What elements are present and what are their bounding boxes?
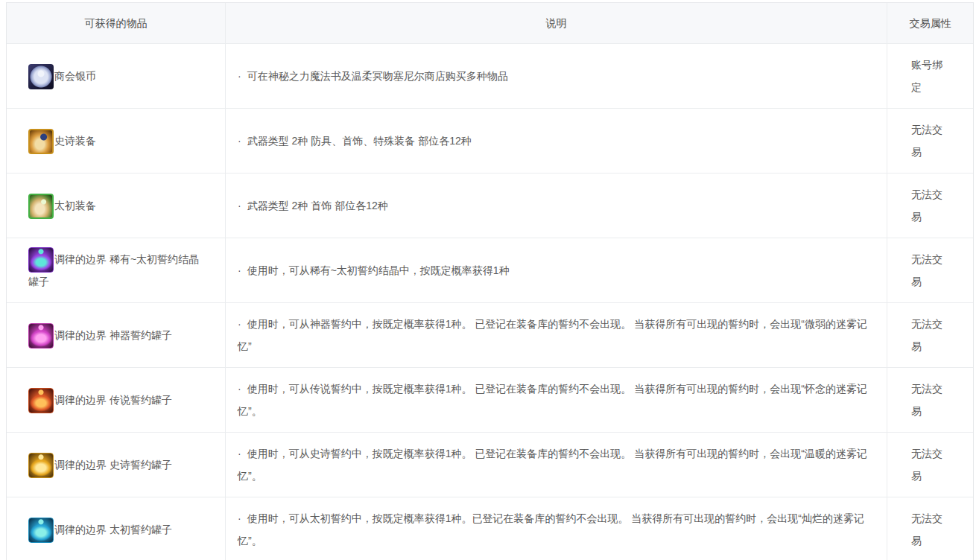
trade-cell: 无法交易 bbox=[887, 433, 973, 497]
bullet-dot: · bbox=[238, 512, 241, 524]
trade-attribute: 无法交易 bbox=[911, 507, 951, 552]
item-name: 调律的边界 稀有~太初誓约结晶罐子 bbox=[28, 253, 199, 287]
item-name: 调律的边界 史诗誓约罐子 bbox=[54, 459, 172, 471]
bullet-dot: · bbox=[238, 135, 241, 147]
item-description: 使用时，可从神器誓约中，按既定概率获得1种。 已登记在装备库的誓约不会出现。 当… bbox=[238, 318, 867, 352]
trade-cell: 账号绑定 bbox=[887, 44, 973, 108]
item-cell: 调律的边界 稀有~太初誓约结晶罐子 bbox=[7, 238, 226, 302]
trade-attribute: 账号绑定 bbox=[911, 54, 951, 98]
item-cell: 调律的边界 史诗誓约罐子 bbox=[7, 433, 226, 497]
item-name: 调律的边界 传说誓约罐子 bbox=[54, 394, 172, 406]
description-cell: ·使用时，可从传说誓约中，按既定概率获得1种。 已登记在装备库的誓约不会出现。 … bbox=[226, 368, 887, 432]
column-header-trade-label: 交易属性 bbox=[910, 12, 951, 34]
item-description: 使用时，可从传说誓约中，按既定概率获得1种。 已登记在装备库的誓约不会出现。 当… bbox=[238, 383, 867, 417]
obtainable-items-table: 可获得的物品 说明 交易属性 商会银币 ·可在神秘之力魔法书及温柔冥吻塞尼尔商店… bbox=[6, 2, 974, 560]
description-cell: ·使用时，可从史诗誓约中，按既定概率获得1种。 已登记在装备库的誓约不会出现。 … bbox=[226, 433, 887, 497]
description-cell: ·使用时，可从神器誓约中，按既定概率获得1种。 已登记在装备库的誓约不会出现。 … bbox=[226, 303, 887, 367]
bullet-dot: · bbox=[238, 70, 241, 82]
item-cell: 史诗装备 bbox=[7, 109, 226, 173]
epic-equipment-icon bbox=[28, 129, 54, 154]
column-header-description: 说明 bbox=[226, 3, 887, 43]
description-cell: ·使用时，可从太初誓约中，按既定概率获得1种。已登记在装备库的誓约不会出现。 当… bbox=[226, 497, 887, 560]
item-cell: 太初装备 bbox=[7, 174, 226, 238]
trade-cell: 无法交易 bbox=[887, 368, 973, 432]
column-header-trade: 交易属性 bbox=[887, 3, 973, 43]
trade-cell: 无法交易 bbox=[887, 109, 973, 173]
trade-cell: 无法交易 bbox=[887, 303, 973, 367]
trade-attribute: 无法交易 bbox=[911, 118, 951, 163]
trade-attribute: 无法交易 bbox=[911, 248, 951, 293]
trade-cell: 无法交易 bbox=[887, 174, 973, 238]
item-description: 使用时，可从稀有~太初誓约结晶中，按既定概率获得1种 bbox=[247, 264, 510, 276]
artifact-pact-jar-icon bbox=[28, 323, 54, 349]
description-cell: ·使用时，可从稀有~太初誓约结晶中，按既定概率获得1种 bbox=[226, 238, 887, 302]
table-row: 调律的边界 稀有~太初誓约结晶罐子 ·使用时，可从稀有~太初誓约结晶中，按既定概… bbox=[7, 238, 973, 302]
bullet-dot: · bbox=[238, 448, 241, 459]
table-row: 调律的边界 神器誓约罐子 ·使用时，可从神器誓约中，按既定概率获得1种。 已登记… bbox=[7, 302, 973, 367]
column-header-description-label: 说明 bbox=[546, 12, 567, 34]
column-header-items-label: 可获得的物品 bbox=[85, 12, 148, 34]
item-name: 调律的边界 太初誓约罐子 bbox=[54, 524, 172, 535]
table-row: 调律的边界 传说誓约罐子 ·使用时，可从传说誓约中，按既定概率获得1种。 已登记… bbox=[7, 367, 973, 432]
item-description: 武器类型 2种 首饰 部位各12种 bbox=[247, 200, 388, 211]
bullet-dot: · bbox=[238, 383, 241, 395]
primeval-pact-jar-icon bbox=[28, 518, 54, 543]
epic-pact-jar-icon bbox=[28, 453, 54, 478]
bullet-dot: · bbox=[238, 200, 241, 211]
item-name: 太初装备 bbox=[54, 200, 96, 211]
item-description: 可在神秘之力魔法书及温柔冥吻塞尼尔商店购买多种物品 bbox=[247, 70, 508, 82]
merchant-guild-silver-coin-icon bbox=[28, 64, 54, 89]
item-description: 使用时，可从史诗誓约中，按既定概率获得1种。 已登记在装备库的誓约不会出现。 当… bbox=[238, 448, 867, 482]
column-header-items: 可获得的物品 bbox=[7, 3, 226, 43]
description-cell: ·可在神秘之力魔法书及温柔冥吻塞尼尔商店购买多种物品 bbox=[226, 44, 887, 108]
legend-pact-jar-icon bbox=[28, 388, 54, 413]
trade-attribute: 无法交易 bbox=[911, 442, 951, 487]
rare-to-primeval-pact-crystal-jar-icon bbox=[28, 247, 54, 273]
trade-attribute: 无法交易 bbox=[911, 378, 951, 422]
trade-cell: 无法交易 bbox=[887, 497, 973, 560]
trade-attribute: 无法交易 bbox=[911, 313, 951, 357]
table-row: 调律的边界 太初誓约罐子 ·使用时，可从太初誓约中，按既定概率获得1种。已登记在… bbox=[7, 497, 973, 560]
item-cell: 调律的边界 太初誓约罐子 bbox=[7, 497, 226, 560]
table-row: 商会银币 ·可在神秘之力魔法书及温柔冥吻塞尼尔商店购买多种物品 账号绑定 bbox=[7, 43, 973, 108]
trade-attribute: 无法交易 bbox=[911, 183, 951, 228]
bullet-dot: · bbox=[238, 318, 241, 330]
description-cell: ·武器类型 2种 首饰 部位各12种 bbox=[226, 174, 887, 238]
table-row: 调律的边界 史诗誓约罐子 ·使用时，可从史诗誓约中，按既定概率获得1种。 已登记… bbox=[7, 432, 973, 497]
item-name: 史诗装备 bbox=[54, 135, 96, 147]
table-row: 史诗装备 ·武器类型 2种 防具、首饰、特殊装备 部位各12种 无法交易 bbox=[7, 108, 973, 173]
table-header-row: 可获得的物品 说明 交易属性 bbox=[7, 3, 973, 43]
table-row: 太初装备 ·武器类型 2种 首饰 部位各12种 无法交易 bbox=[7, 173, 973, 238]
bullet-dot: · bbox=[238, 264, 241, 276]
item-name: 商会银币 bbox=[54, 70, 96, 82]
description-cell: ·武器类型 2种 防具、首饰、特殊装备 部位各12种 bbox=[226, 109, 887, 173]
item-name: 调律的边界 神器誓约罐子 bbox=[54, 329, 172, 341]
item-cell: 调律的边界 传说誓约罐子 bbox=[7, 368, 226, 432]
item-description: 武器类型 2种 防具、首饰、特殊装备 部位各12种 bbox=[247, 135, 472, 147]
item-cell: 调律的边界 神器誓约罐子 bbox=[7, 303, 226, 367]
trade-cell: 无法交易 bbox=[887, 238, 973, 302]
primeval-equipment-icon bbox=[28, 194, 54, 219]
item-description: 使用时，可从太初誓约中，按既定概率获得1种。已登记在装备库的誓约不会出现。 当获… bbox=[238, 512, 864, 547]
item-cell: 商会银币 bbox=[7, 44, 226, 108]
